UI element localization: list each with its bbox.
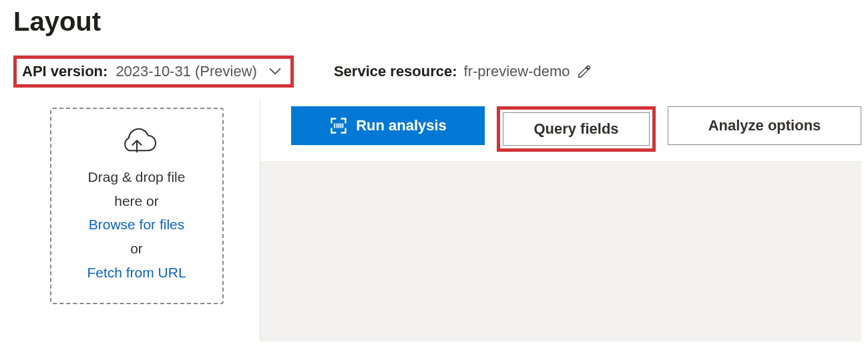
dropzone-text-2: here or bbox=[59, 189, 214, 213]
analyze-options-button[interactable]: Analyze options bbox=[668, 106, 861, 145]
service-resource-value: fr-preview-demo bbox=[464, 63, 570, 80]
browse-files-link[interactable]: Browse for files bbox=[59, 213, 214, 237]
query-fields-button[interactable]: Query fields bbox=[503, 112, 650, 146]
toolbar: Run analysis Query fields Analyze option… bbox=[260, 100, 861, 161]
service-resource-label: Service resource: bbox=[334, 63, 457, 80]
file-dropzone[interactable]: Drag & drop file here or Browse for file… bbox=[50, 108, 224, 304]
api-version-dropdown[interactable]: API version: 2023-10-31 (Preview) bbox=[13, 55, 294, 88]
page-title: Layout bbox=[13, 7, 855, 37]
analyze-options-label: Analyze options bbox=[708, 117, 821, 134]
run-analysis-button[interactable]: Run analysis bbox=[291, 106, 485, 145]
api-version-label: API version: bbox=[22, 63, 107, 80]
document-canvas bbox=[260, 161, 861, 342]
dropzone-text-1: Drag & drop file bbox=[59, 165, 214, 189]
header-row: API version: 2023-10-31 (Preview) Servic… bbox=[13, 55, 855, 88]
dropzone-or: or bbox=[59, 237, 214, 261]
query-fields-label: Query fields bbox=[533, 120, 618, 138]
chevron-down-icon bbox=[269, 68, 281, 76]
api-version-value: 2023-10-31 (Preview) bbox=[116, 63, 257, 80]
scan-icon bbox=[329, 116, 348, 135]
fetch-from-url-link[interactable]: Fetch from URL bbox=[59, 261, 214, 285]
edit-icon[interactable] bbox=[577, 64, 592, 79]
query-fields-highlight: Query fields bbox=[497, 106, 656, 152]
upload-cloud-icon bbox=[117, 128, 157, 158]
file-sidebar: Drag & drop file here or Browse for file… bbox=[13, 100, 260, 340]
service-resource-group: Service resource: fr-preview-demo bbox=[334, 63, 592, 80]
run-analysis-label: Run analysis bbox=[356, 117, 447, 134]
